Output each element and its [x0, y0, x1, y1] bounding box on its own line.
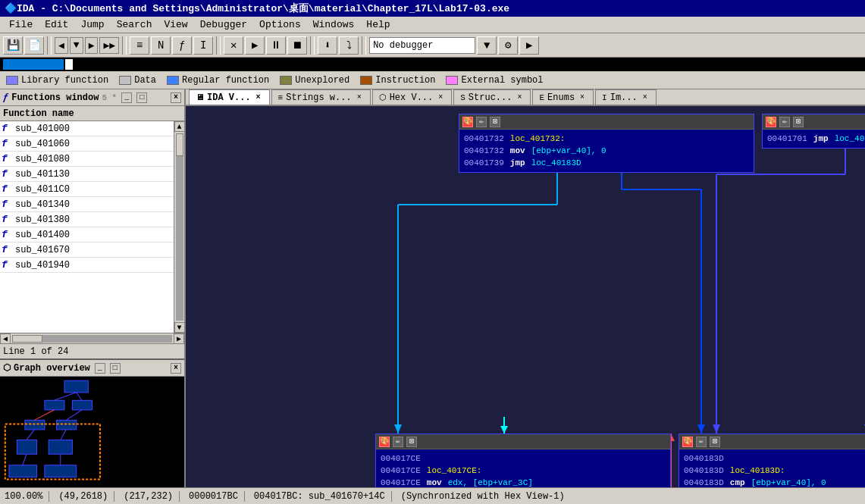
functions-hscroll[interactable]: ◀ ▶ — [0, 333, 184, 343]
functions-restore-button[interactable]: □ — [136, 92, 147, 103]
step-into-button[interactable]: ⬇ — [318, 36, 337, 55]
hscroll-right[interactable]: ▶ — [174, 333, 184, 344]
cfg-node-3-content: 004017CE 004017CE loc_4017CE: 004017CE m… — [376, 449, 670, 487]
menu-options[interactable]: Options — [253, 17, 307, 32]
svg-rect-1 — [45, 400, 64, 410]
func-name: sub_401940 — [15, 260, 70, 271]
list-item[interactable]: f sub_4011C0 — [0, 182, 174, 197]
cfg-node-1-close[interactable]: ⊠ — [490, 117, 500, 127]
forward2-button[interactable]: ▶▶ — [99, 37, 119, 54]
segments-button[interactable]: ≡ — [130, 36, 149, 55]
functions-scrollbar[interactable]: ▲ ▼ — [174, 121, 184, 333]
cfg-node-4[interactable]: 🎨 ✏ ⊠ 0040183D 0040183D loc_40183D: 0040… — [679, 434, 865, 487]
list-item[interactable]: f sub_401060 — [0, 136, 174, 152]
nav-dropdown[interactable]: ▼ — [70, 37, 83, 54]
tab-imports-close[interactable]: × — [641, 93, 650, 102]
tab-ida-view[interactable]: 🖥 IDA V... × — [189, 89, 270, 105]
tab-strings[interactable]: ≡ Strings w... × — [271, 89, 371, 105]
menu-edit[interactable]: Edit — [39, 17, 74, 32]
cfg-node-1-color[interactable]: 🎨 — [462, 117, 473, 127]
menu-help[interactable]: Help — [360, 17, 396, 32]
menu-view[interactable]: View — [158, 17, 193, 32]
imports-button[interactable]: I — [193, 36, 213, 55]
play-button[interactable]: ▶ — [245, 36, 265, 55]
hscroll-thumb[interactable] — [12, 335, 42, 343]
func-name: sub_401670 — [15, 245, 70, 255]
extra-btn2[interactable]: ▶ — [519, 36, 539, 55]
functions-list[interactable]: f sub_401000 f sub_401060 f sub_401080 f… — [0, 121, 174, 333]
hscroll-left[interactable]: ◀ — [0, 333, 11, 344]
cfg-node-3-edit[interactable]: ✏ — [393, 437, 403, 447]
cfg-node-2-close[interactable]: ⊠ — [793, 117, 804, 127]
functions-close-button[interactable]: × — [171, 92, 181, 103]
tab-hex[interactable]: ⬡ Hex V... × — [372, 89, 453, 105]
svg-marker-21 — [394, 424, 402, 434]
list-item[interactable]: f sub_401940 — [0, 258, 174, 273]
pause-button[interactable]: ⏸ — [266, 36, 286, 55]
cfg-node-1-edit[interactable]: ✏ — [476, 117, 487, 127]
list-item[interactable]: f sub_401000 — [0, 121, 174, 136]
names-button[interactable]: N — [151, 36, 171, 55]
graph-close-button[interactable]: × — [171, 363, 181, 374]
cfg-node-2-content: 00401701 jmp loc_40183D — [763, 130, 865, 148]
cross-ref-button[interactable]: ✕ — [224, 36, 243, 55]
window-title: IDA - C:\Documents and Settings\Administ… — [17, 2, 509, 15]
save2-button[interactable]: 📄 — [24, 36, 44, 55]
tab-strings-close[interactable]: × — [355, 93, 364, 102]
scroll-up-arrow[interactable]: ▲ — [174, 121, 185, 132]
forward-button[interactable]: ▶ — [85, 37, 99, 54]
graph-restore-button[interactable]: □ — [110, 363, 121, 374]
separator2 — [122, 36, 127, 55]
list-item[interactable]: f sub_401080 — [0, 152, 174, 167]
hscroll-track[interactable] — [12, 335, 172, 343]
tab-structs-close[interactable]: × — [515, 93, 524, 102]
debugger-arrow[interactable]: ▼ — [477, 36, 497, 55]
list-item[interactable]: f sub_401400 — [0, 227, 174, 243]
functions-button[interactable]: ƒ — [172, 36, 192, 55]
stop-button[interactable]: ⏹ — [287, 36, 307, 55]
tab-ida-close[interactable]: × — [254, 93, 263, 102]
cfg-node-1[interactable]: 🎨 ✏ ⊠ 00401732 loc_401732: 00401732 mov … — [459, 114, 754, 173]
scroll-thumb[interactable] — [176, 133, 183, 156]
cfg-node-2-color[interactable]: 🎨 — [766, 117, 776, 127]
list-item[interactable]: f sub_401130 — [0, 167, 174, 182]
menu-file[interactable]: File — [3, 17, 39, 32]
menu-windows[interactable]: Windows — [307, 17, 361, 32]
back-button[interactable]: ◀ — [55, 37, 68, 54]
cfg-node-3[interactable]: 🎨 ✏ ⊠ 004017CE 004017CE loc_4017CE: 0040… — [375, 434, 671, 487]
list-item[interactable]: f sub_401670 — [0, 243, 174, 258]
cfg-node-2-header: 🎨 ✏ ⊠ — [763, 114, 865, 130]
svg-line-9 — [54, 393, 76, 400]
cfg-node-4-close[interactable]: ⊠ — [710, 437, 720, 447]
cfg-node-3-color[interactable]: 🎨 — [379, 437, 390, 447]
step-over-button[interactable]: ⤵ — [339, 36, 359, 55]
debugger-dropdown[interactable]: No debugger — [369, 37, 475, 54]
cfg-node-4-color[interactable]: 🎨 — [682, 437, 693, 447]
functions-minimize-button[interactable]: _ — [121, 92, 132, 103]
menu-debugger[interactable]: Debugger — [194, 17, 253, 32]
menu-jump[interactable]: Jump — [74, 17, 110, 32]
graph-minimize-button[interactable]: _ — [95, 363, 105, 374]
cfg-node-2[interactable]: 🎨 ✏ ⊠ 00401701 jmp loc_40183D — [762, 114, 865, 149]
cfg-node-2-edit[interactable]: ✏ — [779, 117, 790, 127]
tab-hex-close[interactable]: × — [436, 93, 445, 102]
list-item[interactable]: f sub_401340 — [0, 197, 174, 212]
menu-search[interactable]: Search — [111, 17, 158, 32]
graph-area[interactable]: 🎨 ✏ ⊠ 00401732 loc_401732: 00401732 mov … — [186, 106, 865, 487]
cfg-node-3-close[interactable]: ⊠ — [406, 437, 417, 447]
extra-btn1[interactable]: ⚙ — [498, 36, 518, 55]
list-item[interactable]: f sub_401380 — [0, 212, 174, 227]
svg-rect-0 — [64, 380, 88, 393]
legend-bar: Library function Data Regular function U… — [0, 71, 865, 89]
save-button[interactable]: 💾 — [3, 36, 23, 55]
cfg-node-4-edit[interactable]: ✏ — [696, 437, 707, 447]
tab-enums[interactable]: E Enums × — [532, 89, 594, 105]
tab-enums-close[interactable]: × — [578, 93, 587, 102]
tab-structs[interactable]: S Struc... × — [453, 89, 531, 105]
tab-imports[interactable]: I Im... × — [595, 89, 657, 105]
cfg-mnem: jmp — [510, 157, 525, 169]
separator3 — [216, 36, 221, 55]
scroll-down-arrow[interactable]: ▼ — [174, 322, 185, 333]
graph-overview-canvas[interactable] — [0, 377, 184, 487]
legend-data: Data — [119, 75, 156, 86]
